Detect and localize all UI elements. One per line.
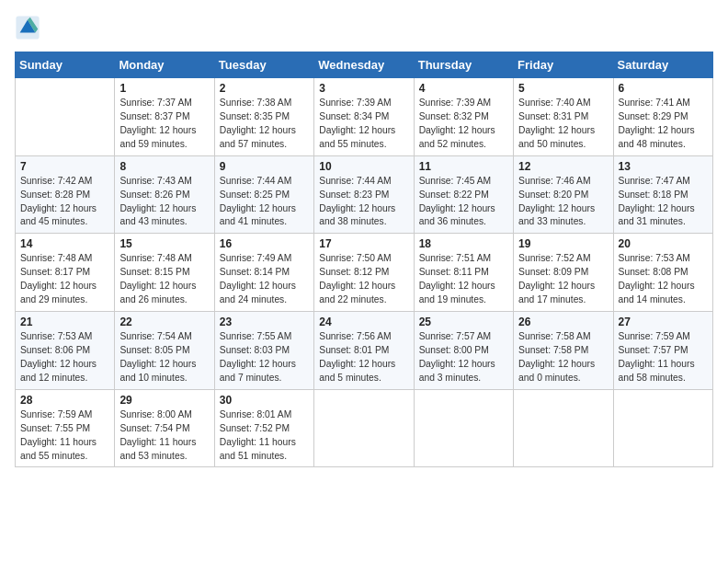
day-info: Sunrise: 7:53 AM Sunset: 8:08 PM Dayligh… bbox=[619, 252, 708, 307]
day-info: Sunrise: 7:59 AM Sunset: 7:57 PM Dayligh… bbox=[619, 330, 708, 385]
calendar-cell bbox=[314, 389, 414, 467]
day-number: 4 bbox=[419, 82, 508, 95]
calendar-week-row: 28Sunrise: 7:59 AM Sunset: 7:55 PM Dayli… bbox=[16, 389, 713, 467]
day-number: 23 bbox=[220, 316, 309, 328]
day-number: 1 bbox=[119, 82, 209, 95]
day-info: Sunrise: 7:39 AM Sunset: 8:32 PM Dayligh… bbox=[419, 97, 508, 152]
day-number: 11 bbox=[419, 160, 508, 173]
calendar-cell: 11Sunrise: 7:45 AM Sunset: 8:22 PM Dayli… bbox=[414, 155, 513, 234]
calendar-cell: 18Sunrise: 7:51 AM Sunset: 8:11 PM Dayli… bbox=[414, 234, 513, 312]
weekday-header: Wednesday bbox=[314, 52, 414, 78]
day-info: Sunrise: 8:01 AM Sunset: 7:52 PM Dayligh… bbox=[220, 408, 309, 464]
day-info: Sunrise: 7:47 AM Sunset: 8:18 PM Dayligh… bbox=[619, 175, 708, 230]
calendar-week-row: 14Sunrise: 7:48 AM Sunset: 8:17 PM Dayli… bbox=[16, 234, 713, 312]
day-info: Sunrise: 7:59 AM Sunset: 7:55 PM Dayligh… bbox=[20, 408, 109, 464]
day-info: Sunrise: 7:46 AM Sunset: 8:20 PM Dayligh… bbox=[518, 175, 608, 230]
calendar-table: SundayMondayTuesdayWednesdayThursdayFrid… bbox=[15, 52, 713, 467]
day-info: Sunrise: 7:40 AM Sunset: 8:31 PM Dayligh… bbox=[518, 97, 608, 152]
day-info: Sunrise: 7:44 AM Sunset: 8:25 PM Dayligh… bbox=[220, 175, 309, 230]
calendar-cell: 17Sunrise: 7:50 AM Sunset: 8:12 PM Dayli… bbox=[314, 234, 414, 312]
weekday-header: Saturday bbox=[613, 52, 712, 78]
day-number: 9 bbox=[220, 160, 309, 173]
day-info: Sunrise: 7:48 AM Sunset: 8:17 PM Dayligh… bbox=[20, 252, 109, 307]
calendar-cell: 22Sunrise: 7:54 AM Sunset: 8:05 PM Dayli… bbox=[115, 312, 214, 390]
day-info: Sunrise: 7:44 AM Sunset: 8:23 PM Dayligh… bbox=[319, 175, 408, 230]
day-number: 15 bbox=[119, 237, 209, 250]
day-number: 6 bbox=[619, 82, 708, 95]
day-info: Sunrise: 7:50 AM Sunset: 8:12 PM Dayligh… bbox=[319, 252, 408, 307]
day-number: 24 bbox=[319, 316, 408, 328]
weekday-header: Friday bbox=[514, 52, 613, 78]
weekday-header: Sunday bbox=[16, 52, 115, 78]
day-number: 30 bbox=[220, 394, 309, 407]
calendar-cell: 30Sunrise: 8:01 AM Sunset: 7:52 PM Dayli… bbox=[214, 389, 313, 467]
calendar-cell bbox=[613, 389, 712, 467]
weekday-header: Monday bbox=[115, 52, 214, 78]
calendar-cell: 6Sunrise: 7:41 AM Sunset: 8:29 PM Daylig… bbox=[613, 78, 712, 156]
calendar-cell: 14Sunrise: 7:48 AM Sunset: 8:17 PM Dayli… bbox=[16, 234, 115, 312]
day-number: 8 bbox=[119, 160, 209, 173]
calendar-cell: 12Sunrise: 7:46 AM Sunset: 8:20 PM Dayli… bbox=[514, 155, 613, 234]
calendar-cell: 16Sunrise: 7:49 AM Sunset: 8:14 PM Dayli… bbox=[214, 234, 313, 312]
day-number: 2 bbox=[220, 82, 309, 95]
day-number: 13 bbox=[619, 160, 708, 173]
day-number: 14 bbox=[20, 237, 109, 250]
day-info: Sunrise: 7:43 AM Sunset: 8:26 PM Dayligh… bbox=[119, 175, 209, 230]
day-number: 28 bbox=[20, 394, 109, 407]
day-info: Sunrise: 7:49 AM Sunset: 8:14 PM Dayligh… bbox=[220, 252, 309, 307]
day-number: 10 bbox=[319, 160, 408, 173]
calendar-cell: 29Sunrise: 8:00 AM Sunset: 7:54 PM Dayli… bbox=[115, 389, 214, 467]
calendar-cell: 4Sunrise: 7:39 AM Sunset: 8:32 PM Daylig… bbox=[414, 78, 513, 156]
day-info: Sunrise: 7:38 AM Sunset: 8:35 PM Dayligh… bbox=[220, 97, 309, 152]
day-info: Sunrise: 7:52 AM Sunset: 8:09 PM Dayligh… bbox=[518, 252, 608, 307]
calendar-cell: 9Sunrise: 7:44 AM Sunset: 8:25 PM Daylig… bbox=[214, 155, 313, 234]
day-info: Sunrise: 7:54 AM Sunset: 8:05 PM Dayligh… bbox=[119, 330, 209, 385]
day-info: Sunrise: 7:42 AM Sunset: 8:28 PM Dayligh… bbox=[20, 175, 109, 230]
calendar-cell: 26Sunrise: 7:58 AM Sunset: 7:58 PM Dayli… bbox=[514, 312, 613, 390]
day-number: 29 bbox=[119, 394, 209, 407]
weekday-header-row: SundayMondayTuesdayWednesdayThursdayFrid… bbox=[16, 52, 713, 78]
calendar-cell bbox=[514, 389, 613, 467]
calendar-cell: 19Sunrise: 7:52 AM Sunset: 8:09 PM Dayli… bbox=[514, 234, 613, 312]
day-info: Sunrise: 8:00 AM Sunset: 7:54 PM Dayligh… bbox=[119, 408, 209, 464]
logo-icon bbox=[15, 15, 40, 40]
day-info: Sunrise: 7:37 AM Sunset: 8:37 PM Dayligh… bbox=[119, 97, 209, 152]
calendar-cell: 10Sunrise: 7:44 AM Sunset: 8:23 PM Dayli… bbox=[314, 155, 414, 234]
calendar-cell: 28Sunrise: 7:59 AM Sunset: 7:55 PM Dayli… bbox=[16, 389, 115, 467]
calendar-cell: 15Sunrise: 7:48 AM Sunset: 8:15 PM Dayli… bbox=[115, 234, 214, 312]
calendar-week-row: 1Sunrise: 7:37 AM Sunset: 8:37 PM Daylig… bbox=[16, 78, 713, 156]
day-number: 18 bbox=[419, 237, 508, 250]
weekday-header: Thursday bbox=[414, 52, 513, 78]
day-number: 21 bbox=[20, 316, 109, 328]
page-header bbox=[15, 15, 713, 40]
calendar-cell bbox=[414, 389, 513, 467]
logo bbox=[15, 15, 44, 40]
calendar-cell: 27Sunrise: 7:59 AM Sunset: 7:57 PM Dayli… bbox=[613, 312, 712, 390]
day-number: 16 bbox=[220, 237, 309, 250]
calendar-cell: 13Sunrise: 7:47 AM Sunset: 8:18 PM Dayli… bbox=[613, 155, 712, 234]
day-number: 25 bbox=[419, 316, 508, 328]
day-info: Sunrise: 7:48 AM Sunset: 8:15 PM Dayligh… bbox=[119, 252, 209, 307]
calendar-cell: 20Sunrise: 7:53 AM Sunset: 8:08 PM Dayli… bbox=[613, 234, 712, 312]
day-info: Sunrise: 7:41 AM Sunset: 8:29 PM Dayligh… bbox=[619, 97, 708, 152]
day-info: Sunrise: 7:58 AM Sunset: 7:58 PM Dayligh… bbox=[518, 330, 608, 385]
calendar-week-row: 21Sunrise: 7:53 AM Sunset: 8:06 PM Dayli… bbox=[16, 312, 713, 390]
day-number: 3 bbox=[319, 82, 408, 95]
calendar-cell: 2Sunrise: 7:38 AM Sunset: 8:35 PM Daylig… bbox=[214, 78, 313, 156]
day-number: 26 bbox=[518, 316, 608, 328]
calendar-week-row: 7Sunrise: 7:42 AM Sunset: 8:28 PM Daylig… bbox=[16, 155, 713, 234]
calendar-cell: 21Sunrise: 7:53 AM Sunset: 8:06 PM Dayli… bbox=[16, 312, 115, 390]
day-info: Sunrise: 7:45 AM Sunset: 8:22 PM Dayligh… bbox=[419, 175, 508, 230]
day-number: 12 bbox=[518, 160, 608, 173]
day-info: Sunrise: 7:55 AM Sunset: 8:03 PM Dayligh… bbox=[220, 330, 309, 385]
weekday-header: Tuesday bbox=[214, 52, 313, 78]
calendar-cell: 1Sunrise: 7:37 AM Sunset: 8:37 PM Daylig… bbox=[115, 78, 214, 156]
calendar-cell: 5Sunrise: 7:40 AM Sunset: 8:31 PM Daylig… bbox=[514, 78, 613, 156]
day-number: 27 bbox=[619, 316, 708, 328]
calendar-cell: 3Sunrise: 7:39 AM Sunset: 8:34 PM Daylig… bbox=[314, 78, 414, 156]
day-number: 5 bbox=[518, 82, 608, 95]
day-info: Sunrise: 7:53 AM Sunset: 8:06 PM Dayligh… bbox=[20, 330, 109, 385]
calendar-cell: 8Sunrise: 7:43 AM Sunset: 8:26 PM Daylig… bbox=[115, 155, 214, 234]
calendar-cell: 24Sunrise: 7:56 AM Sunset: 8:01 PM Dayli… bbox=[314, 312, 414, 390]
day-info: Sunrise: 7:57 AM Sunset: 8:00 PM Dayligh… bbox=[419, 330, 508, 385]
